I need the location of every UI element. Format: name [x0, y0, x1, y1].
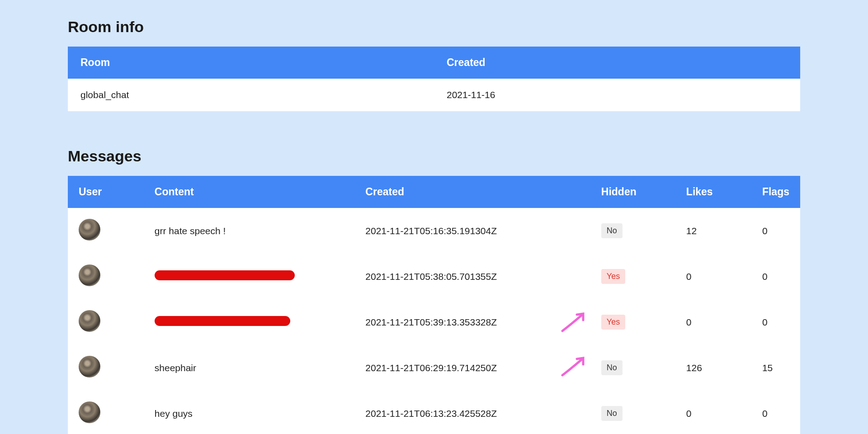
room-header-created: Created	[434, 47, 800, 79]
message-flags-cell: 15	[751, 345, 800, 391]
redacted-content	[155, 316, 290, 326]
message-created-cell: 2021-11-21T06:29:19.714250Z	[354, 345, 590, 391]
room-info-table: Room Created global_chat 2021-11-16	[68, 47, 800, 111]
avatar[interactable]	[79, 356, 100, 377]
message-row[interactable]: 2021-11-21T05:38:05.701355Z Yes 0 0	[68, 254, 800, 299]
message-row[interactable]: sheephair 2021-11-21T06:29:19.714250Z No…	[68, 345, 800, 391]
message-likes-cell: 126	[675, 345, 751, 391]
hidden-badge[interactable]: Yes	[601, 269, 625, 284]
message-content-cell	[144, 299, 355, 345]
avatar[interactable]	[79, 219, 100, 241]
messages-header-created: Created	[354, 176, 590, 208]
message-content-cell: grr hate speech !	[144, 208, 355, 254]
messages-header-likes: Likes	[675, 176, 751, 208]
avatar[interactable]	[79, 310, 100, 332]
room-created-cell: 2021-11-16	[434, 79, 800, 111]
message-likes-cell: 0	[675, 391, 751, 434]
hidden-badge[interactable]: No	[601, 360, 623, 375]
message-created-cell: 2021-11-21T05:38:05.701355Z	[354, 254, 590, 299]
message-row[interactable]: 2021-11-21T05:39:13.353328Z Yes 0 0	[68, 299, 800, 345]
room-info-title: Room info	[68, 18, 800, 36]
message-row[interactable]: grr hate speech ! 2021-11-21T05:16:35.19…	[68, 208, 800, 254]
room-info-section: Room info Room Created global_chat 2021-…	[68, 18, 800, 111]
messages-section: Messages User Content Created Hidden Lik…	[68, 147, 800, 434]
messages-header-content: Content	[144, 176, 355, 208]
hidden-badge[interactable]: Yes	[601, 315, 625, 330]
avatar[interactable]	[79, 401, 100, 423]
message-flags-cell: 0	[751, 254, 800, 299]
messages-header-hidden: Hidden	[590, 176, 675, 208]
message-flags-cell: 0	[751, 208, 800, 254]
messages-title: Messages	[68, 147, 800, 165]
message-likes-cell: 0	[675, 299, 751, 345]
message-content-cell: hey guys	[144, 391, 355, 434]
message-row[interactable]: hey guys 2021-11-21T06:13:23.425528Z No …	[68, 391, 800, 434]
message-content-cell: sheephair	[144, 345, 355, 391]
messages-header-flags: Flags	[751, 176, 800, 208]
hidden-badge[interactable]: No	[601, 406, 623, 421]
room-header-room: Room	[68, 47, 434, 79]
message-created-cell: 2021-11-21T05:16:35.191304Z	[354, 208, 590, 254]
message-likes-cell: 0	[675, 254, 751, 299]
message-created-cell: 2021-11-21T05:39:13.353328Z	[354, 299, 590, 345]
avatar[interactable]	[79, 264, 100, 286]
messages-header-user: User	[68, 176, 144, 208]
message-flags-cell: 0	[751, 299, 800, 345]
hidden-badge[interactable]: No	[601, 223, 623, 238]
room-row: global_chat 2021-11-16	[68, 79, 800, 111]
message-created-cell: 2021-11-21T06:13:23.425528Z	[354, 391, 590, 434]
messages-table: User Content Created Hidden Likes Flags …	[68, 176, 800, 434]
message-content-cell	[144, 254, 355, 299]
redacted-content	[155, 270, 295, 280]
message-flags-cell: 0	[751, 391, 800, 434]
message-likes-cell: 12	[675, 208, 751, 254]
room-name-cell: global_chat	[68, 79, 434, 111]
